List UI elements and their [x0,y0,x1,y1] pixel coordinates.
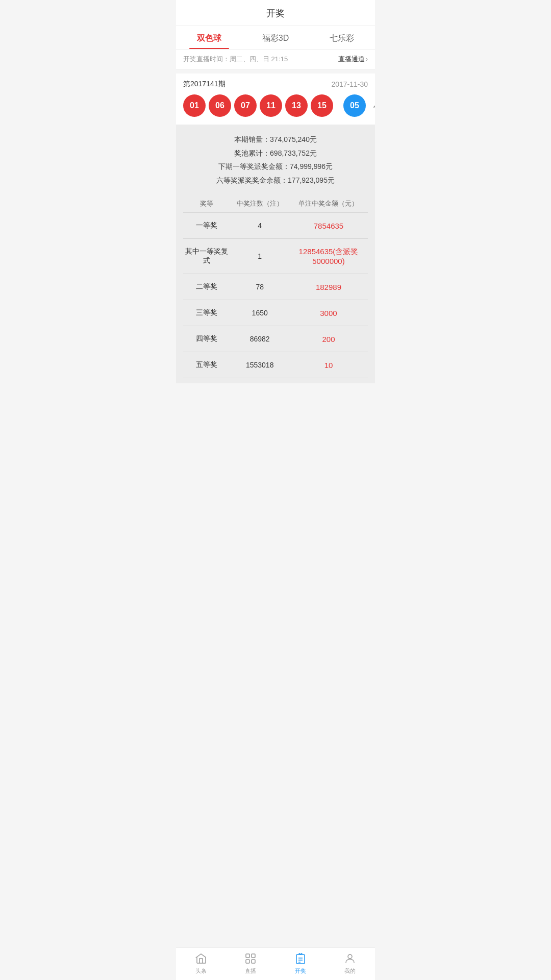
header-count: 中奖注数（注） [230,199,289,208]
draw-header: 第2017141期 2017-11-30 [183,80,368,89]
nav-headlines-label: 头条 [195,967,207,975]
prize-row-3: 二等奖 78 182989 [183,274,368,300]
prize-table: 奖等 中奖注数（注） 单注中奖金额（元） 一等奖 4 7854635 其中一等奖… [183,194,368,378]
nav-headlines[interactable]: 头条 [176,952,226,975]
collapse-button[interactable] [369,97,375,114]
page-title: 开奖 [176,0,375,26]
count-1: 4 [230,222,289,230]
prize-row-1: 一等奖 4 7854635 [183,213,368,239]
red-ball-1: 01 [183,94,206,117]
clipboard-icon [294,952,307,965]
red-ball-4: 11 [260,94,282,117]
draw-period: 第2017141期 [183,80,226,89]
rank-3: 二等奖 [183,282,230,291]
blue-ball: 05 [343,94,366,117]
draw-controls [369,94,375,117]
red-ball-6: 15 [311,94,333,117]
sixth-remain-text: 六等奖派奖奖金余额：177,923,095元 [183,174,368,187]
tab-fucai3d[interactable]: 福彩3D [242,26,309,49]
svg-rect-4 [246,960,249,963]
red-ball-2: 06 [209,94,231,117]
prize-table-header: 奖等 中奖注数（注） 单注中奖金额（元） [183,194,368,213]
count-2: 1 [230,252,289,260]
draw-section: 第2017141期 2017-11-30 01 06 07 11 13 15 0… [176,74,375,125]
prize-row-2: 其中一等奖复式 1 12854635(含派奖5000000) [183,239,368,274]
nav-live[interactable]: 直播 [226,952,276,975]
svg-rect-3 [252,954,255,958]
rank-4: 三等奖 [183,308,230,317]
count-4: 1650 [230,309,289,317]
count-3: 78 [230,283,289,291]
next-first-text: 下期一等奖派奖金额：74,999,996元 [183,160,368,174]
nav-mine[interactable]: 我的 [325,952,375,975]
count-5: 86982 [230,335,289,343]
header-rank: 奖等 [183,199,230,208]
person-icon [343,952,357,965]
nav-live-label: 直播 [245,967,256,975]
amount-5: 200 [289,335,368,344]
prize-row-6: 五等奖 1553018 10 [183,352,368,378]
svg-rect-2 [246,954,249,958]
amount-6: 10 [289,361,368,370]
tab-bar: 双色球 福彩3D 七乐彩 [176,26,375,50]
rank-1: 一等奖 [183,221,230,230]
sales-text: 本期销量：374,075,240元 [183,133,368,146]
rank-6: 五等奖 [183,360,230,370]
detail-panel: 本期销量：374,075,240元 奖池累计：698,733,752元 下期一等… [176,125,375,383]
grid-icon [244,952,257,965]
rank-2: 其中一等奖复式 [183,247,230,265]
prize-row-5: 四等奖 86982 200 [183,326,368,352]
red-ball-5: 13 [285,94,308,117]
broadcast-link[interactable]: 直播通道 › [338,55,368,64]
amount-4: 3000 [289,309,368,317]
rank-5: 四等奖 [183,334,230,344]
tab-shuangseqiu[interactable]: 双色球 [176,26,242,49]
home-icon [194,952,208,965]
broadcast-schedule: 开奖直播时间：周二、四、日 21:15 [183,55,288,64]
amount-3: 182989 [289,283,368,291]
tab-qilecai[interactable]: 七乐彩 [309,26,375,49]
bottom-nav: 头条 直播 开奖 [176,947,375,980]
prize-row-4: 三等奖 1650 3000 [183,300,368,326]
draw-balls-row: 01 06 07 11 13 15 05 [183,94,368,125]
detail-stats: 本期销量：374,075,240元 奖池累计：698,733,752元 下期一等… [183,133,368,187]
red-ball-3: 07 [234,94,257,117]
amount-1: 7854635 [289,222,368,230]
pool-text: 奖池累计：698,733,752元 [183,146,368,160]
nav-draw[interactable]: 开奖 [276,952,325,975]
amount-2: 12854635(含派奖5000000) [289,247,368,265]
count-6: 1553018 [230,361,289,369]
svg-point-10 [348,954,352,959]
draw-date: 2017-11-30 [331,80,368,88]
header-amount: 单注中奖金额（元） [289,199,368,208]
nav-draw-label: 开奖 [295,967,306,975]
svg-rect-5 [252,960,255,963]
broadcast-bar: 开奖直播时间：周二、四、日 21:15 直播通道 › [176,50,375,69]
nav-mine-label: 我的 [344,967,356,975]
